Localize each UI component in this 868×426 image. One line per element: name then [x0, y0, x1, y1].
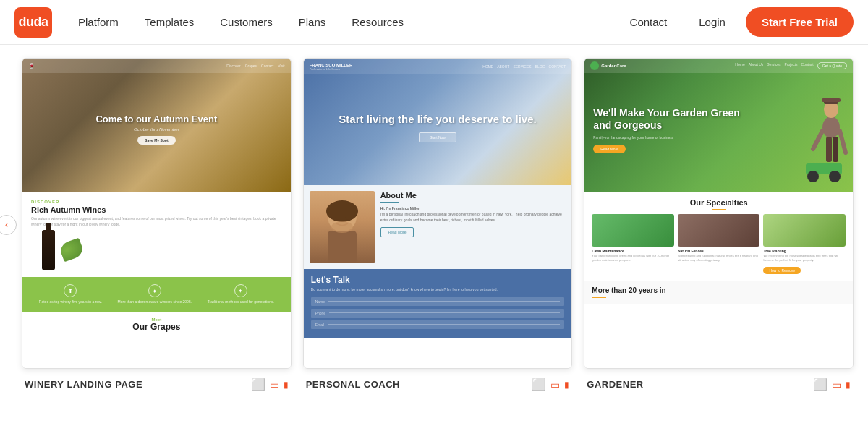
winery-device-icons: ⬜ ▭ ▮ [251, 378, 289, 391]
coach-mobile-icon: ▮ [564, 380, 569, 390]
winery-nav-links: Discover Grapes Contact Visit [226, 64, 284, 68]
coach-photo [310, 191, 375, 263]
nav-customers[interactable]: Customers [208, 10, 284, 34]
gardener-spec-img-3 [763, 214, 846, 247]
coach-about-text: Hi, I'm Francisco Miller. I'm a personal… [380, 205, 566, 223]
coach-hero-btn[interactable]: Start Now [419, 132, 456, 142]
prev-arrow[interactable]: ‹ [0, 215, 17, 235]
template-cards: ‹ 🍷 Discover Grapes Contact Visit [14, 58, 854, 391]
winery-grapes-title: Our Grapes [31, 322, 282, 332]
gardener-preview[interactable]: GardenCare Home About Us Services Projec… [584, 58, 854, 369]
gardener-nav-btn[interactable]: Get a Quote [817, 62, 847, 69]
svg-point-9 [822, 116, 840, 138]
svg-line-13 [813, 131, 822, 149]
main-content: ‹ 🍷 Discover Grapes Contact Visit [0, 45, 868, 391]
gardener-footer: More than 20 years in [584, 281, 853, 304]
gardener-spec-text-1: Your garden will look green and gorgeous… [592, 254, 674, 262]
coach-talk-text: Do you want to do more, be more, accompl… [311, 287, 565, 293]
svg-point-5 [331, 221, 353, 233]
desktop-icon: ⬜ [251, 378, 265, 391]
coach-field-phone[interactable]: Phone [311, 309, 565, 318]
gardener-nav-links: Home About Us Services Projects Contact … [735, 62, 847, 69]
winery-body-text: Our autumn wine event is our biggest ann… [31, 216, 282, 227]
svg-rect-15 [826, 137, 832, 162]
winery-label: WINERY LANDING PAGE ⬜ ▭ ▮ [22, 369, 292, 391]
coach-preview[interactable]: FRANCISCO MILLER Professional Life Coach… [303, 58, 573, 369]
coach-hero-title: Start living the life you deserve to liv… [324, 112, 550, 127]
gardener-spec-title-2: Natural Fences [678, 249, 760, 253]
winery-content: 🍷 Discover Grapes Contact Visit Come to … [22, 59, 291, 368]
coach-nav-name-block: FRANCISCO MILLER Professional Life Coach [310, 63, 353, 71]
coach-field-name[interactable]: Name [311, 297, 565, 306]
coach-info: About Me Hi, I'm Francisco Miller. I'm a… [380, 191, 566, 263]
gardener-nav-services: Services [767, 62, 780, 69]
wine-bottle-icon [42, 230, 55, 270]
login-button[interactable]: Login [687, 10, 737, 34]
coach-talk-section: Let's Talk Do you want to do more, be mo… [304, 269, 572, 338]
winery-stat-1: ⬆ Rated as top winery five years in a ro… [39, 284, 102, 304]
contact-button[interactable]: Contact [618, 10, 679, 34]
coach-read-btn[interactable]: Read More [380, 227, 414, 237]
gardener-device-icons: ⬜ ▭ ▮ [813, 378, 851, 391]
coach-about-body: I'm a personal life coach and profession… [380, 212, 562, 222]
gardener-template-name: GARDENER [587, 379, 643, 390]
coach-field-phone-label: Phone [315, 311, 326, 315]
gardener-label: GARDENER ⬜ ▭ ▮ [584, 369, 854, 391]
header: duda Platform Templates Customers Plans … [0, 0, 868, 45]
gardener-footer-accent [592, 297, 606, 298]
prev-arrow-icon: ‹ [5, 220, 8, 230]
gardener-spec-items: Lawn Maintenance Your garden will look g… [592, 214, 846, 275]
coach-nav-name: FRANCISCO MILLER [310, 63, 353, 67]
svg-line-14 [840, 131, 846, 153]
winery-nav-link-grapes: Grapes [245, 64, 257, 68]
svg-point-4 [345, 216, 349, 220]
gardener-spec-img-1 [592, 214, 674, 247]
coach-nav-links: HOME ABOUT SERVICES BLOG CONTACT [482, 64, 566, 69]
logo[interactable]: duda [14, 7, 52, 38]
nav-resources[interactable]: Resources [340, 10, 415, 34]
gardener-spec-title: Our Specialties [592, 198, 846, 207]
gardener-hero-text: We'll Make Your Garden Green and Gorgeou… [593, 107, 744, 154]
winery-nav-logo: 🍷 [28, 63, 35, 69]
winery-nav: 🍷 Discover Grapes Contact Visit [22, 59, 291, 73]
gardener-hero: GardenCare Home About Us Services Projec… [584, 59, 853, 192]
gardener-spec-item-1: Lawn Maintenance Your garden will look g… [592, 214, 674, 275]
gardener-man-svg [802, 77, 853, 192]
winery-hero-sub: October thru November [134, 127, 179, 132]
winery-preview[interactable]: 🍷 Discover Grapes Contact Visit Come to … [22, 58, 292, 369]
nav-right: Contact Login Start Free Trial [618, 7, 854, 37]
coach-field-email[interactable]: Email [311, 320, 565, 329]
nav-templates[interactable]: Templates [133, 10, 205, 34]
gardener-spec-btn[interactable]: How to Remove [763, 267, 801, 274]
winery-hero-btn[interactable]: Save My Spot [137, 136, 176, 145]
start-trial-button[interactable]: Start Free Trial [746, 7, 854, 37]
gardener-mobile-icon: ▮ [846, 380, 851, 390]
coach-form: Name Phone Email [311, 297, 565, 329]
svg-point-7 [807, 171, 819, 182]
winery-footer: Meet Our Grapes [22, 312, 291, 338]
coach-talk-title: Let's Talk [311, 275, 565, 285]
main-nav: Platform Templates Customers Plans Resou… [67, 10, 618, 34]
coach-template-name: PERSONAL COACH [306, 379, 400, 390]
tablet-icon: ▭ [270, 379, 279, 391]
coach-desktop-icon: ⬜ [532, 378, 546, 391]
gardener-nav-projects: Projects [784, 62, 797, 69]
svg-rect-12 [822, 98, 841, 102]
gardener-content: GardenCare Home About Us Services Projec… [584, 59, 853, 368]
template-card-gardener: GardenCare Home About Us Services Projec… [584, 58, 854, 391]
template-card-coach: FRANCISCO MILLER Professional Life Coach… [303, 58, 573, 391]
gardener-hero-btn[interactable]: Read More [593, 145, 626, 153]
gardener-specialties: Our Specialties Lawn Maintenance Your ga… [584, 192, 853, 281]
winery-stat-3: ✦ Traditional methods used for generatio… [208, 284, 274, 304]
gardener-nav-contact: Contact [801, 62, 814, 69]
gardener-spec-title-3: Tree Planting [763, 249, 846, 253]
winery-nav-link-contact: Contact [261, 64, 273, 68]
coach-nav-about: ABOUT [497, 64, 509, 69]
coach-about-line [380, 202, 399, 203]
nav-plans[interactable]: Plans [287, 10, 338, 34]
winery-stat-icon-1: ⬆ [64, 284, 77, 297]
winery-stat-2: ♦ More than a dozen award-winners since … [118, 284, 192, 304]
coach-label: PERSONAL COACH ⬜ ▭ ▮ [303, 369, 573, 391]
nav-platform[interactable]: Platform [67, 10, 130, 34]
winery-stat-icon-2: ♦ [148, 284, 161, 297]
